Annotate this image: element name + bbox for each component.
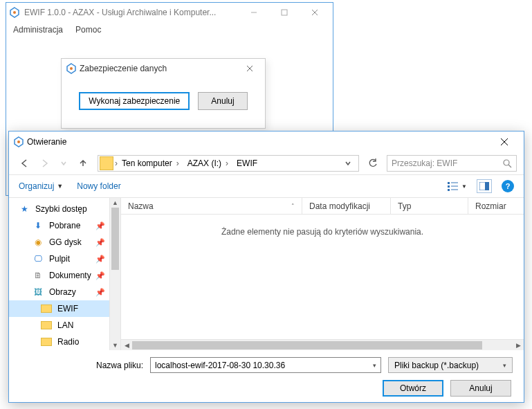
document-icon: 🗎: [33, 270, 44, 281]
scroll-thumb[interactable]: [111, 208, 119, 270]
sidebar-item-label: Obrazy: [49, 287, 76, 297]
search-placeholder: Przeszukaj: EWIF: [392, 158, 457, 168]
column-label: Nazwa: [128, 201, 154, 211]
nav-up-button[interactable]: [74, 154, 92, 172]
scroll-right-arrow[interactable]: ▶: [513, 342, 524, 349]
app-logo-icon: [13, 136, 24, 147]
backup-dialog: Zabezpieczenie danych Wykonaj zabezpiecz…: [61, 58, 266, 129]
pin-icon: 📌: [95, 288, 105, 297]
filename-value: localhost-ewif-2017-08-30 10.30.36: [155, 361, 285, 370]
scroll-thumb[interactable]: [132, 341, 482, 349]
breadcrumb-bar[interactable]: › Ten komputer› AZAX (I:)› EWIF: [98, 155, 359, 172]
svg-point-7: [70, 67, 73, 70]
desktop-icon: 🖵: [33, 253, 44, 264]
filetype-value: Pliki backup (*.backup): [394, 361, 479, 370]
nav-row: › Ten komputer› AZAX (I:)› EWIF Przeszuk…: [9, 152, 524, 174]
backup-close-button[interactable]: [239, 59, 261, 78]
column-headers: Nazwa˄ Data modyfikacji Typ Rozmiar: [121, 198, 524, 215]
breadcrumb-segment[interactable]: AZAX (I:)›: [183, 156, 232, 171]
scroll-down-arrow[interactable]: ▼: [110, 340, 120, 350]
breadcrumb-segment[interactable]: Ten komputer›: [118, 156, 183, 171]
scroll-left-arrow[interactable]: ◀: [121, 342, 132, 349]
backup-cancel-button[interactable]: Anuluj: [198, 92, 247, 110]
close-button[interactable]: [300, 3, 330, 22]
sidebar-item-radio[interactable]: Radio: [9, 334, 109, 350]
refresh-button[interactable]: [365, 155, 381, 172]
sidebar-item-label: GG dysk: [49, 237, 82, 247]
maximize-button[interactable]: [269, 3, 300, 22]
sidebar-item-ewif[interactable]: EWIF: [9, 300, 109, 317]
column-modified[interactable]: Data modyfikacji: [302, 198, 391, 214]
empty-list-message: Żadne elementy nie pasują do kryteriów w…: [121, 215, 524, 339]
pin-icon: 📌: [95, 271, 105, 280]
nav-forward-button[interactable]: [35, 154, 53, 172]
help-button[interactable]: ?: [502, 180, 514, 192]
breadcrumb-label: AZAX (I:): [187, 158, 221, 168]
cancel-button[interactable]: Anuluj: [450, 380, 511, 397]
download-icon: ⬇: [33, 220, 44, 231]
sidebar-item-documents[interactable]: 🗎Dokumenty📌: [9, 267, 109, 284]
sidebar-item-desktop[interactable]: 🖵Pulpit📌: [9, 251, 109, 267]
view-mode-button[interactable]: ▼: [448, 181, 467, 191]
svg-line-15: [508, 165, 511, 167]
minimize-button[interactable]: [239, 3, 269, 22]
open-button[interactable]: Otwórz: [383, 380, 443, 397]
sidebar-item-label: Dokumenty: [49, 271, 91, 280]
pictures-icon: 🖼: [33, 287, 44, 298]
organize-label: Organizuj: [19, 181, 54, 191]
filetype-select[interactable]: Pliki backup (*.backup) ▾: [388, 357, 513, 373]
search-input[interactable]: Przeszukaj: EWIF: [387, 155, 517, 172]
svg-point-1: [13, 11, 16, 14]
menu-help[interactable]: Pomoc: [75, 25, 101, 35]
sidebar-item-lan[interactable]: LAN: [9, 317, 109, 334]
do-backup-button[interactable]: Wykonaj zabezpieczenie: [79, 92, 190, 110]
nav-recent-dropdown[interactable]: [55, 154, 73, 172]
app-titlebar: EWIF 1.0.0 - AZAX - Usługi Archiwalne i …: [6, 3, 333, 22]
app-logo-icon: [66, 63, 77, 74]
breadcrumb-segment[interactable]: EWIF: [232, 156, 262, 171]
folder-icon: [41, 338, 52, 346]
sidebar-item-label: Szybki dostęp: [35, 204, 87, 214]
column-name[interactable]: Nazwa˄: [121, 198, 302, 214]
open-file-dialog: Otwieranie › Ten komputer› AZAX (I:)› EW…: [8, 131, 524, 403]
new-folder-button[interactable]: Nowy folder: [77, 181, 120, 191]
breadcrumb-label: EWIF: [237, 158, 257, 168]
open-dialog-titlebar: Otwieranie: [9, 131, 524, 152]
sidebar-item-label: Radio: [57, 337, 79, 347]
pin-icon: 📌: [95, 255, 105, 264]
breadcrumb-dropdown[interactable]: [345, 160, 357, 167]
open-close-button[interactable]: [489, 132, 520, 152]
scroll-track[interactable]: [132, 341, 513, 349]
nav-back-button[interactable]: [16, 154, 34, 172]
sidebar-item-ggdysk[interactable]: ◉GG dysk📌: [9, 234, 109, 251]
svg-point-11: [17, 140, 20, 143]
open-dialog-footer: Nazwa pliku: localhost-ewif-2017-08-30 1…: [9, 350, 524, 405]
open-body: ★ Szybki dostęp ⬇Pobrane📌 ◉GG dysk📌 🖵Pul…: [9, 198, 524, 350]
organize-menu[interactable]: Organizuj ▼: [19, 181, 63, 191]
sidebar-list: ★ Szybki dostęp ⬇Pobrane📌 ◉GG dysk📌 🖵Pul…: [9, 198, 109, 350]
scroll-up-arrow[interactable]: ▲: [110, 198, 120, 208]
file-list-pane: Nazwa˄ Data modyfikacji Typ Rozmiar Żadn…: [121, 198, 524, 350]
sort-indicator-icon: ˄: [291, 203, 295, 210]
svg-rect-16: [448, 182, 450, 184]
menu-admin[interactable]: Administracja: [13, 25, 63, 35]
column-type[interactable]: Typ: [391, 198, 468, 214]
folder-icon: [100, 156, 113, 170]
sidebar-item-pictures[interactable]: 🖼Obrazy📌: [9, 284, 109, 300]
chevron-down-icon: ▼: [461, 183, 467, 190]
column-size[interactable]: Rozmiar: [468, 198, 524, 214]
disk-icon: ◉: [33, 237, 44, 248]
chevron-down-icon: ▾: [373, 362, 376, 369]
sidebar-item-downloads[interactable]: ⬇Pobrane📌: [9, 217, 109, 234]
sidebar-quick-access[interactable]: ★ Szybki dostęp: [9, 201, 109, 217]
preview-pane-button[interactable]: [477, 179, 492, 193]
backup-dialog-title: Zabezpieczenie danych: [77, 64, 239, 73]
horizontal-scrollbar[interactable]: ◀ ▶: [121, 339, 524, 350]
sidebar-item-label: Pulpit: [49, 254, 70, 264]
filename-input[interactable]: localhost-ewif-2017-08-30 10.30.36 ▾: [150, 357, 381, 373]
sidebar-scrollbar[interactable]: ▲ ▼: [109, 198, 120, 350]
open-toolbar: Organizuj ▼ Nowy folder ▼ ?: [9, 174, 524, 198]
app-menubar: Administracja Pomoc: [6, 22, 333, 37]
pin-icon: 📌: [95, 238, 105, 247]
search-icon: [503, 159, 512, 168]
